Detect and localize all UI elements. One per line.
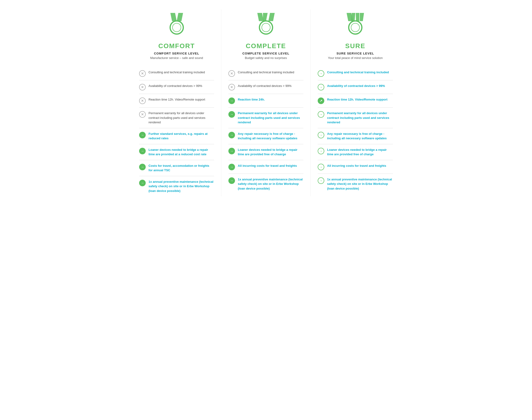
feature-text: All incurring costs for travel and freig…: [327, 164, 386, 168]
column-complete: COMPLETE COMPLETE SERVICE LEVEL Budget s…: [221, 9, 311, 196]
feature-text: 1x annual preventive maintenance (techni…: [238, 177, 303, 191]
feature-text: All incurring costs for travel and freig…: [238, 164, 297, 168]
feature-item: → Further standard services, e.g. repair…: [139, 128, 214, 144]
arrow-icon: →: [318, 177, 324, 184]
feature-item: → 1x annual preventive maintenance (tech…: [318, 174, 393, 194]
x-icon: ✕: [139, 97, 146, 104]
arrow-filled-icon: →: [228, 148, 235, 154]
feature-text: Any repair necessary is free of charge -…: [327, 132, 393, 141]
arrow-filled-icon: →: [228, 132, 235, 138]
feature-item: → Permanent warranty for all devices und…: [228, 108, 303, 128]
svg-point-14: [351, 23, 360, 32]
arrow-filled-icon: →: [228, 97, 235, 104]
feature-text: Availability of contracted devices > 99%: [238, 84, 291, 88]
plan-title: COMPLETE: [228, 42, 303, 50]
column-comfort: COMFORT COMFORT SERVICE LEVEL Manufactur…: [132, 9, 221, 196]
column-sure: SURE SURE SERVICE LEVEL Your total peace…: [311, 9, 400, 196]
feature-text: Consulting and technical training includ…: [327, 70, 389, 75]
feature-text: Costs for travel, accomodation or freigh…: [149, 164, 214, 173]
column-header: COMFORT COMFORT SERVICE LEVEL Manufactur…: [139, 42, 214, 60]
features-list: ✕ Consulting and technical training incl…: [139, 67, 214, 196]
svg-point-8: [262, 23, 270, 32]
feature-item: ✕ Reaction time 12h. Video/Remote suppor…: [139, 94, 214, 108]
plan-subtitle: SURE SERVICE LEVEL: [318, 52, 393, 55]
plan-subtitle: COMPLETE SERVICE LEVEL: [228, 52, 303, 55]
highlight-text: 12h: [348, 98, 353, 101]
svg-marker-0: [170, 13, 177, 21]
feature-item: → Availability of contracted devices > 9…: [318, 80, 393, 94]
arrow-icon: →: [318, 70, 324, 77]
features-list: ✕ Consulting and technical training incl…: [228, 67, 303, 194]
arrow-icon: →: [318, 111, 324, 118]
plan-description: Your total peace of mind service solutio…: [318, 56, 393, 60]
feature-item: → Loaner devices needed to bridge a repa…: [318, 144, 393, 160]
feature-item: ✕ Availability of contracted devices > 9…: [139, 80, 214, 94]
feature-text: Consulting and technical training includ…: [238, 70, 294, 75]
feature-item: → Loaner devices needed to bridge a repa…: [139, 144, 214, 160]
feature-item: → All incurring costs for travel and fre…: [318, 160, 393, 174]
svg-marker-5: [263, 13, 268, 21]
medal-icon: [139, 9, 214, 38]
feature-item: → Consulting and technical training incl…: [318, 67, 393, 80]
feature-text: Loaner devices needed to bridge a repair…: [149, 148, 214, 157]
feature-item: → Any repair necessary is free of charge…: [228, 128, 303, 144]
feature-item: → Any repair necessary is free of charge…: [318, 128, 393, 144]
plan-title: SURE: [318, 42, 393, 50]
arrow-icon: →: [318, 132, 324, 138]
x-icon: ✕: [139, 111, 146, 118]
feature-text: Consulting and technical training includ…: [149, 70, 205, 75]
feature-text: Availability of contracted devices > 99%: [327, 84, 385, 88]
feature-item: → Reaction time 24h.: [228, 94, 303, 108]
x-icon: ✕: [139, 84, 146, 90]
column-header: SURE SURE SERVICE LEVEL Your total peace…: [318, 42, 393, 60]
svg-marker-4: [257, 13, 264, 21]
feature-item: → Permanent warranty for all devices und…: [318, 108, 393, 128]
feature-text: Loaner devices needed to bridge a repair…: [327, 148, 393, 157]
svg-point-13: [349, 21, 362, 34]
column-header: COMPLETE COMPLETE SERVICE LEVEL Budget s…: [228, 42, 303, 60]
arrow-filled-icon: →: [228, 111, 235, 118]
medal-icon: [318, 9, 393, 38]
plan-description: Budget safety and no surprises: [228, 56, 303, 60]
feature-item: ✕ Permanent warranty for all devices und…: [139, 108, 214, 128]
arrow-filled-icon: →: [139, 132, 146, 138]
arrow-filled-icon: →: [228, 177, 235, 184]
feature-text: Further standard services, e.g. repairs …: [149, 132, 214, 141]
highlight-text: 24h: [259, 98, 264, 101]
arrow-filled-icon: →: [139, 148, 146, 154]
feature-text: 1x annual preventive maintenance (techni…: [327, 177, 393, 191]
medal-icon: [228, 9, 303, 38]
svg-marker-11: [356, 13, 359, 21]
feature-text: Permanent warranty for all devices under…: [238, 111, 303, 125]
arrow-filled-icon: →: [139, 164, 146, 170]
feature-text: Loaner devices needed to bridge a repair…: [238, 148, 303, 157]
feature-item: → 1x annual preventive maintenance (tech…: [228, 174, 303, 194]
feature-text: Availability of contracted devices > 99%: [149, 84, 202, 88]
feature-text: Reaction time 12h. Video/Remote support: [327, 97, 387, 102]
feature-item: → Costs for travel, accomodation or frei…: [139, 160, 214, 176]
arrow-filled-icon: →: [139, 180, 146, 186]
arrow-diag-icon: ↗: [318, 97, 324, 104]
feature-text: Permanent warranty for all devices under…: [149, 111, 214, 125]
x-icon: ✕: [228, 84, 235, 90]
arrow-icon: →: [318, 84, 324, 90]
arrow-filled-icon: →: [228, 164, 235, 170]
feature-item: ✕ Consulting and technical training incl…: [139, 67, 214, 80]
svg-marker-6: [268, 13, 275, 21]
arrow-icon: →: [318, 148, 324, 154]
feature-item: ↗ Reaction time 12h. Video/Remote suppor…: [318, 94, 393, 108]
svg-marker-10: [351, 13, 355, 21]
x-icon: ✕: [228, 70, 235, 77]
plan-description: Manufacturer service – safe and sound: [139, 56, 214, 60]
feature-text: Reaction time 24h.: [238, 97, 265, 102]
svg-point-7: [259, 21, 273, 34]
svg-point-2: [170, 21, 183, 34]
feature-item: → All incurring costs for travel and fre…: [228, 160, 303, 174]
x-icon: ✕: [139, 70, 146, 77]
svg-marker-12: [360, 13, 364, 21]
plan-subtitle: COMFORT SERVICE LEVEL: [139, 52, 214, 55]
feature-item: ✕ Availability of contracted devices > 9…: [228, 80, 303, 94]
arrow-icon: →: [318, 164, 324, 170]
features-list: → Consulting and technical training incl…: [318, 67, 393, 194]
plan-title: COMFORT: [139, 42, 214, 50]
